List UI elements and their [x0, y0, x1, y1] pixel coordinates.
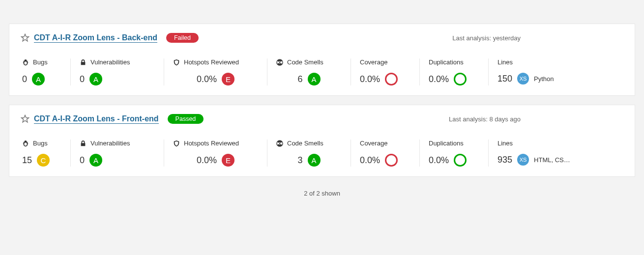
lock-icon	[80, 59, 87, 66]
metric-label: Duplications	[429, 140, 464, 147]
metric-header: Coverage	[360, 140, 410, 147]
metric-label: Vulnerabilities	[90, 58, 130, 66]
metric-label: Code Smells	[287, 140, 323, 147]
metric-vulnerabilities: Vulnerabilities 0 A	[71, 58, 164, 85]
metric-label: Lines	[498, 58, 513, 66]
vulnerabilities-value[interactable]: 0	[80, 155, 85, 166]
last-analysis: Last analysis: 8 days ago	[449, 115, 521, 123]
metric-codesmells: Code Smells 3 A	[267, 140, 351, 167]
metric-label: Coverage	[360, 58, 387, 66]
codesmells-value[interactable]: 3	[297, 155, 302, 166]
projects-page: CDT A-I-R Zoom Lens - Back-end Failed La…	[0, 0, 644, 217]
metric-bugs: Bugs 0 A	[9, 58, 71, 85]
favorite-star-button[interactable]	[20, 114, 30, 124]
metric-label: Duplications	[429, 58, 464, 66]
rating-badge[interactable]: A	[308, 73, 321, 85]
size-badge[interactable]: XS	[517, 154, 529, 166]
quality-gate-status[interactable]: Passed	[168, 114, 204, 124]
shield-icon	[173, 59, 180, 66]
metric-hotspots: Hotspots Reviewed 0.0% E	[164, 58, 267, 85]
metric-label: Coverage	[360, 140, 387, 147]
metric-header: Coverage	[360, 58, 410, 66]
svg-point-5	[279, 142, 281, 144]
card-header: CDT A-I-R Zoom Lens - Front-end Passed L…	[9, 105, 635, 129]
hotspots-value[interactable]: 0.0%	[197, 74, 217, 85]
metric-header: Vulnerabilities	[80, 140, 155, 147]
metric-label: Bugs	[33, 58, 48, 66]
metric-header: Hotspots Reviewed	[173, 58, 258, 66]
metric-label: Lines	[498, 140, 513, 147]
rating-badge[interactable]: A	[308, 154, 321, 167]
metric-label: Bugs	[33, 140, 48, 147]
project-title-link[interactable]: CDT A-I-R Zoom Lens - Front-end	[34, 114, 159, 124]
metric-hotspots: Hotspots Reviewed 0.0% E	[164, 140, 267, 167]
size-badge[interactable]: XS	[517, 73, 529, 85]
svg-marker-3	[22, 115, 29, 122]
bug-icon	[22, 140, 29, 147]
metric-header: Duplications	[429, 140, 479, 147]
project-title-link[interactable]: CDT A-I-R Zoom Lens - Back-end	[34, 33, 157, 43]
metric-label: Hotspots Reviewed	[184, 140, 239, 147]
metric-header: Bugs	[22, 140, 61, 147]
metric-bugs: Bugs 15 C	[9, 140, 71, 167]
metric-header: Duplications	[429, 58, 479, 66]
svg-point-2	[279, 61, 281, 63]
rating-badge[interactable]: E	[222, 73, 234, 85]
favorite-star-button[interactable]	[20, 33, 30, 43]
metric-label: Code Smells	[287, 58, 323, 66]
metric-header: Hotspots Reviewed	[173, 140, 258, 147]
vulnerabilities-value[interactable]: 0	[80, 74, 85, 85]
language-text: HTML, CS…	[534, 156, 570, 164]
metric-header: Code Smells	[276, 140, 342, 147]
bugs-value[interactable]: 15	[22, 155, 32, 166]
coverage-value[interactable]: 0.0%	[360, 155, 380, 166]
quality-gate-status[interactable]: Failed	[166, 33, 199, 43]
radiation-icon	[276, 59, 283, 66]
metric-header: Bugs	[22, 58, 61, 66]
coverage-ring[interactable]	[454, 73, 467, 85]
rating-badge[interactable]: E	[222, 154, 234, 167]
metric-coverage: Coverage 0.0%	[351, 58, 420, 85]
results-count: 2 of 2 shown	[9, 177, 635, 202]
metric-header: Code Smells	[276, 58, 342, 66]
metric-label: Vulnerabilities	[90, 140, 130, 147]
metrics-row: Bugs 0 A Vulnerabilities 0 A Hotspots Re…	[9, 48, 635, 95]
card-header: CDT A-I-R Zoom Lens - Back-end Failed La…	[9, 24, 635, 48]
bugs-value[interactable]: 0	[22, 74, 27, 85]
codesmells-value[interactable]: 6	[297, 74, 302, 85]
coverage-ring[interactable]	[385, 73, 398, 85]
rating-badge[interactable]: A	[89, 73, 102, 85]
metric-duplications: Duplications 0.0%	[420, 58, 489, 85]
duplications-value[interactable]: 0.0%	[429, 74, 449, 85]
duplications-value[interactable]: 0.0%	[429, 155, 449, 166]
coverage-ring[interactable]	[385, 154, 398, 167]
hotspots-value[interactable]: 0.0%	[197, 155, 217, 166]
metric-lines: Lines 150 XS Python	[489, 58, 635, 85]
radiation-icon	[276, 140, 283, 147]
lock-icon	[80, 140, 87, 147]
metric-vulnerabilities: Vulnerabilities 0 A	[71, 140, 164, 167]
rating-badge[interactable]: A	[32, 73, 45, 85]
metric-header: Lines	[498, 140, 624, 147]
projects-container: CDT A-I-R Zoom Lens - Back-end Failed La…	[9, 24, 635, 177]
bug-icon	[22, 59, 29, 66]
shield-icon	[173, 140, 180, 147]
metric-header: Vulnerabilities	[80, 58, 155, 66]
metric-coverage: Coverage 0.0%	[351, 140, 420, 167]
coverage-ring[interactable]	[454, 154, 467, 167]
metric-codesmells: Code Smells 6 A	[267, 58, 351, 85]
top-spacer	[9, 5, 635, 15]
rating-badge[interactable]: C	[37, 154, 50, 167]
language-text: Python	[534, 75, 554, 83]
svg-marker-0	[22, 34, 29, 41]
rating-badge[interactable]: A	[89, 154, 102, 167]
metric-duplications: Duplications 0.0%	[420, 140, 489, 167]
lines-value[interactable]: 935	[498, 155, 512, 165]
metric-label: Hotspots Reviewed	[184, 58, 239, 66]
lines-value[interactable]: 150	[498, 74, 512, 84]
last-analysis: Last analysis: yesterday	[452, 34, 521, 42]
metrics-row: Bugs 15 C Vulnerabilities 0 A Hotspots R…	[9, 129, 635, 176]
project-card: CDT A-I-R Zoom Lens - Front-end Passed L…	[9, 105, 635, 177]
coverage-value[interactable]: 0.0%	[360, 74, 380, 85]
metric-lines: Lines 935 XS HTML, CS…	[489, 140, 635, 167]
